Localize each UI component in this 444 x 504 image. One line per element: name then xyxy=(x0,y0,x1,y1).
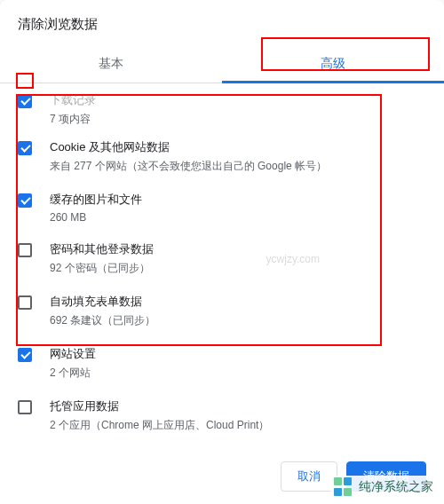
item-text: 缓存的图片和文件 260 MB xyxy=(50,192,426,224)
item-title: 下载记录 xyxy=(50,92,426,108)
item-title: 网站设置 xyxy=(50,346,426,362)
list-item: Cookie 及其他网站数据 来自 277 个网站（这不会致使您退出自己的 Go… xyxy=(9,130,435,183)
list-item: 密码和其他登录数据 92 个密码（已同步） xyxy=(9,232,435,285)
options-list: 下载记录 7 项内容 Cookie 及其他网站数据 来自 277 个网站（这不会… xyxy=(0,83,444,449)
item-sub: 7 项内容 xyxy=(50,112,426,127)
list-item: 缓存的图片和文件 260 MB xyxy=(9,183,435,232)
item-title: 自动填充表单数据 xyxy=(50,294,426,310)
scroll-area[interactable]: 下载记录 7 项内容 Cookie 及其他网站数据 来自 277 个网站（这不会… xyxy=(9,91,435,442)
item-sub: 260 MB xyxy=(50,211,426,224)
item-sub: 692 条建议（已同步） xyxy=(50,313,426,328)
clear-browsing-data-dialog: 清除浏览数据 基本 高级 下载记录 7 项内容 Cookie 及其他网站数据 来… xyxy=(0,0,444,504)
checkbox-autofill[interactable] xyxy=(18,295,32,310)
item-title: Cookie 及其他网站数据 xyxy=(50,139,426,155)
item-text: 自动填充表单数据 692 条建议（已同步） xyxy=(50,294,426,328)
checkbox-download-history[interactable] xyxy=(18,94,32,108)
list-item: 自动填充表单数据 692 条建议（已同步） xyxy=(9,285,435,337)
checkbox-cache[interactable] xyxy=(18,193,32,208)
item-text: 网站设置 2 个网站 xyxy=(50,346,426,381)
list-item: 托管应用数据 2 个应用（Chrome 网上应用店、Cloud Print） xyxy=(9,390,435,442)
item-text: 下载记录 7 项内容 xyxy=(50,92,426,127)
checkbox-site-settings[interactable] xyxy=(18,348,32,362)
checkbox-cookies[interactable] xyxy=(18,141,32,155)
item-sub: 2 个应用（Chrome 网上应用店、Cloud Print） xyxy=(50,418,426,433)
tab-basic-label: 基本 xyxy=(99,56,123,70)
dialog-title: 清除浏览数据 xyxy=(0,0,444,45)
item-title: 密码和其他登录数据 xyxy=(50,241,426,257)
cancel-button[interactable]: 取消 xyxy=(281,461,337,492)
item-title: 缓存的图片和文件 xyxy=(50,192,426,208)
tab-bar: 基本 高级 xyxy=(0,45,444,83)
tab-basic[interactable]: 基本 xyxy=(0,45,222,83)
item-text: 托管应用数据 2 个应用（Chrome 网上应用店、Cloud Print） xyxy=(50,398,426,433)
checkbox-hosted-apps[interactable] xyxy=(18,400,32,414)
item-title: 托管应用数据 xyxy=(50,398,426,414)
list-item: 下载记录 7 项内容 xyxy=(9,91,435,130)
tab-advanced-label: 高级 xyxy=(321,56,345,70)
item-text: 密码和其他登录数据 92 个密码（已同步） xyxy=(50,241,426,276)
list-item: 网站设置 2 个网站 xyxy=(9,337,435,390)
item-sub: 92 个密码（已同步） xyxy=(50,261,426,276)
brand-logo-icon xyxy=(334,477,353,497)
tab-advanced[interactable]: 高级 xyxy=(222,45,444,83)
item-sub: 来自 277 个网站（这不会致使您退出自己的 Google 帐号） xyxy=(50,159,426,174)
item-sub: 2 个网站 xyxy=(50,366,426,381)
brand-footer: 纯净系统之家 xyxy=(330,476,437,499)
checkbox-passwords[interactable] xyxy=(18,243,32,257)
item-text: Cookie 及其他网站数据 来自 277 个网站（这不会致使您退出自己的 Go… xyxy=(50,139,426,174)
brand-text: 纯净系统之家 xyxy=(359,479,433,495)
